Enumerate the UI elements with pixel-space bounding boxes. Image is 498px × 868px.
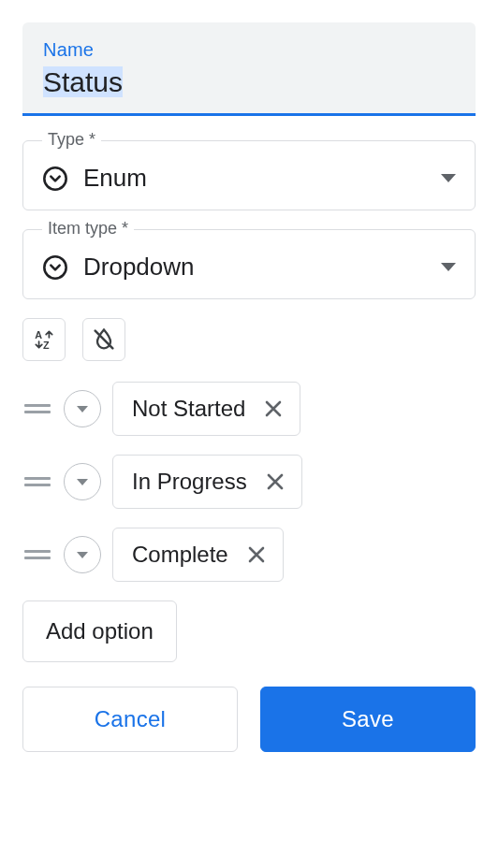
name-field[interactable]: Name Status [22, 22, 476, 116]
option-chip[interactable]: Not Started [112, 382, 300, 436]
icon-button-row: A Z [22, 318, 476, 361]
chevron-down-icon [77, 406, 88, 412]
chevron-down-icon [77, 479, 88, 485]
type-select[interactable]: Type * Enum [22, 140, 476, 210]
name-label: Name [43, 39, 455, 61]
option-row: Complete [22, 528, 476, 582]
drag-handle-icon[interactable] [22, 477, 52, 486]
cancel-button[interactable]: Cancel [22, 687, 238, 752]
close-icon [264, 470, 286, 493]
remove-option-button[interactable] [262, 398, 285, 420]
color-off-button[interactable] [82, 318, 125, 361]
close-icon [245, 543, 268, 566]
remove-option-button[interactable] [264, 470, 286, 493]
svg-text:Z: Z [43, 340, 50, 351]
footer-buttons: Cancel Save [22, 687, 476, 752]
option-row: Not Started [22, 382, 476, 436]
remove-option-button[interactable] [245, 543, 268, 566]
svg-text:A: A [35, 329, 42, 340]
option-color-dropdown[interactable] [64, 463, 101, 500]
svg-point-0 [44, 167, 66, 189]
item-type-select-value: Dropdown [83, 253, 426, 282]
option-color-dropdown[interactable] [64, 390, 101, 427]
chevron-down-icon [441, 263, 456, 271]
svg-point-1 [44, 256, 66, 278]
chevron-down-icon [441, 174, 456, 182]
sort-az-button[interactable]: A Z [22, 318, 66, 361]
name-input[interactable]: Status [43, 66, 455, 98]
item-type-select[interactable]: Item type * Dropdown [22, 229, 476, 299]
option-label: Complete [132, 542, 228, 568]
color-off-icon [91, 326, 117, 353]
item-type-select-label: Item type * [42, 219, 134, 239]
sort-az-icon: A Z [32, 327, 56, 352]
option-chip[interactable]: In Progress [112, 455, 302, 509]
type-select-value: Enum [83, 164, 426, 193]
option-color-dropdown[interactable] [64, 536, 101, 573]
chevron-down-icon [77, 552, 88, 558]
save-button[interactable]: Save [260, 687, 476, 752]
option-row: In Progress [22, 455, 476, 509]
type-select-label: Type * [42, 130, 101, 150]
drag-handle-icon[interactable] [22, 550, 52, 559]
drag-handle-icon[interactable] [22, 404, 52, 413]
option-label: In Progress [132, 469, 247, 495]
add-option-button[interactable]: Add option [22, 600, 177, 662]
option-label: Not Started [132, 396, 245, 422]
close-icon [262, 398, 285, 420]
option-chip[interactable]: Complete [112, 528, 284, 582]
enum-icon [42, 254, 68, 281]
enum-icon [42, 166, 68, 192]
